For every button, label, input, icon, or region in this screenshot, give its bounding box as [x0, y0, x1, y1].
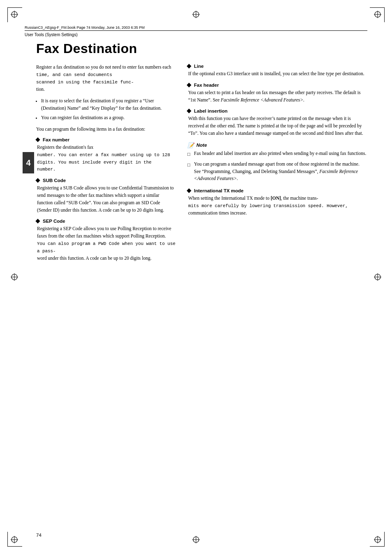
subsection-line: Line If the optional extra G3 interface … — [187, 64, 367, 78]
note-checkbox-2: □ — [187, 162, 191, 182]
subsection-title-line: Line — [187, 64, 367, 69]
header-filename: RussianC3_AEgsg-F_FM.book Page 74 Monday… — [25, 25, 367, 30]
sub-code-label: SUB Code — [43, 178, 66, 183]
subsection-title-label-insertion: Label insertion — [187, 108, 367, 113]
subsection-title-sub-code: SUB Code — [36, 178, 176, 183]
intro-paragraph: Register a fax destination so you do not… — [36, 64, 176, 93]
chapter-number: 4 — [26, 158, 30, 168]
bullet-item-2: You can register fax destinations as a g… — [41, 114, 176, 122]
note-title: 📝 Note — [187, 142, 367, 148]
diamond-icon-fax-header — [187, 83, 191, 87]
page-title: Fax Destination — [36, 41, 367, 56]
header: RussianC3_AEgsg-F_FM.book Page 74 Monday… — [25, 25, 367, 37]
line-body: If the optional extra G3 interface unit … — [188, 70, 367, 78]
subsection-fax-header: Fax header You can select to print a fax… — [187, 83, 367, 104]
two-column-layout: Register a fax destination so you do not… — [36, 64, 367, 267]
subsection-title-international-tx: International TX mode — [187, 188, 367, 193]
right-column: Line If the optional extra G3 interface … — [187, 64, 367, 267]
sub-code-body: Registering a SUB Code allows you to use… — [37, 185, 176, 214]
reg-mark-ml — [10, 272, 19, 282]
note-label: Note — [196, 143, 207, 148]
diamond-icon-sep-code — [35, 219, 40, 224]
sep-code-label: SEP Code — [43, 219, 65, 224]
note-checkbox-1: □ — [187, 151, 191, 158]
page-number: 74 — [36, 533, 42, 538]
label-insertion-body: With this function you can have the rece… — [188, 115, 367, 137]
international-tx-body: When setting the International TX mode t… — [188, 195, 367, 217]
fax-number-label: Fax number — [43, 137, 69, 142]
reg-mark-tl — [10, 10, 19, 19]
header-rule — [25, 30, 367, 31]
page: RussianC3_AEgsg-F_FM.book Page 74 Monday… — [0, 0, 392, 554]
breadcrumb: User Tools (System Settings) — [25, 32, 367, 37]
note-item-1: □ Fax header and label insertion are als… — [187, 150, 367, 158]
footer: 74 — [36, 533, 367, 538]
note-icon: 📝 — [187, 142, 194, 148]
note-item-2: □ You can program a standard message apa… — [187, 161, 367, 182]
label-insertion-label: Label insertion — [194, 108, 228, 113]
note-section: 📝 Note □ Fax header and label insertion … — [187, 142, 367, 182]
fax-number-body: Registers the destination's fax number. … — [37, 144, 176, 173]
reg-mark-bl — [10, 535, 19, 544]
subsection-international-tx: International TX mode When setting the I… — [187, 188, 367, 217]
reg-mark-tm — [191, 10, 201, 19]
subsection-fax-number: Fax number Registers the destination's f… — [36, 137, 176, 173]
section-intro-text: You can program the following items in a… — [36, 126, 176, 133]
reg-mark-tr — [373, 10, 382, 19]
left-column: Register a fax destination so you do not… — [36, 64, 176, 267]
diamond-icon-label-insertion — [187, 109, 191, 113]
diamond-icon-line — [187, 64, 191, 68]
diamond-icon-international-tx — [187, 188, 191, 193]
reg-mark-br — [373, 535, 382, 544]
bullet-item-1: It is easy to select the fax destination… — [41, 97, 176, 112]
note-text-2: You can program a standard message apart… — [194, 161, 367, 182]
intro-bullet-list: It is easy to select the fax destination… — [41, 97, 176, 122]
subsection-title-fax-number: Fax number — [36, 137, 176, 142]
reg-mark-mr — [373, 272, 382, 282]
fax-header-body: You can select to print a fax header on … — [188, 89, 367, 104]
subsection-title-fax-header: Fax header — [187, 83, 367, 88]
sep-code-body: Registering a SEP Code allows you to use… — [37, 225, 176, 262]
diamond-icon-fax-number — [35, 137, 40, 142]
subsection-title-sep-code: SEP Code — [36, 219, 176, 224]
main-content: Fax Destination Register a fax destinati… — [36, 37, 367, 521]
subsection-sub-code: SUB Code Registering a SUB Code allows y… — [36, 178, 176, 214]
chapter-tab: 4 — [23, 152, 34, 173]
international-tx-label: International TX mode — [194, 188, 244, 193]
subsection-label-insertion: Label insertion With this function you c… — [187, 108, 367, 137]
line-label: Line — [194, 64, 204, 69]
note-text-1: Fax header and label insertion are also … — [194, 150, 366, 158]
fax-header-label: Fax header — [194, 83, 219, 88]
subsection-sep-code: SEP Code Registering a SEP Code allows y… — [36, 219, 176, 262]
diamond-icon-sub-code — [35, 178, 40, 183]
